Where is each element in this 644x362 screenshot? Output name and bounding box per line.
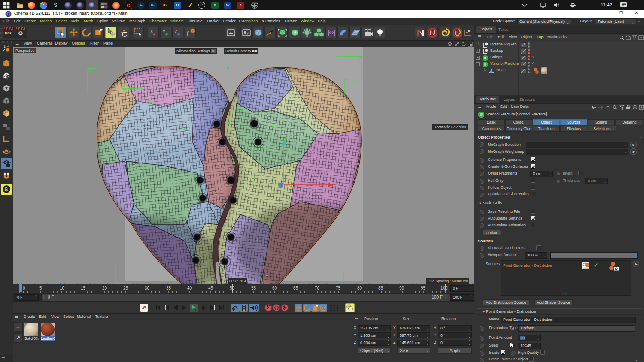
svg-text:S: S [4,186,8,193]
svg-text:X: X [150,29,153,35]
svg-text:Y: Y [162,29,166,35]
svg-text:Z: Z [174,29,177,35]
svg-text:P: P [322,306,325,310]
